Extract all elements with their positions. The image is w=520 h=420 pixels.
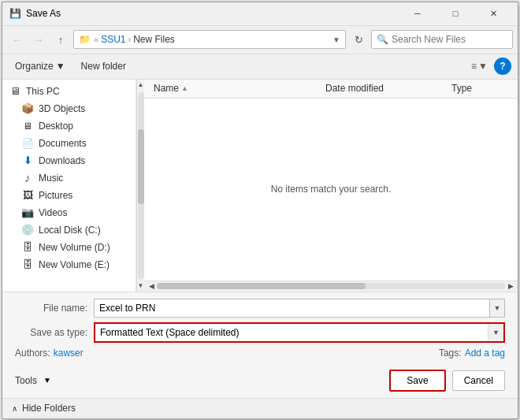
filename-input[interactable]: [94, 299, 489, 318]
sidebar-item-music[interactable]: Music: [2, 169, 136, 187]
title-bar-controls: ─ □ ✕: [399, 2, 511, 25]
column-name-header[interactable]: Name ▲: [150, 83, 322, 94]
hide-folders-chevron-icon: ∧: [12, 404, 17, 413]
filetype-dropdown: ▼: [94, 322, 505, 343]
scroll-up-button[interactable]: ▲: [137, 80, 145, 91]
desktop-icon: 🖥: [21, 120, 34, 132]
hide-folders-label: Hide Folders: [22, 403, 76, 414]
cancel-button[interactable]: Cancel: [452, 370, 505, 391]
search-icon: 🔍: [377, 34, 388, 45]
action-bar: Tools ▼ Save Cancel: [2, 365, 518, 398]
column-type-header[interactable]: Type: [448, 83, 511, 94]
search-input[interactable]: [392, 34, 510, 45]
filetype-dropdown-button[interactable]: ▼: [488, 324, 503, 341]
toolbar: Organize ▼ New folder ≡ ▼ ?: [2, 54, 518, 80]
filetype-input[interactable]: [95, 324, 488, 341]
sidebar-item-videos[interactable]: Videos: [2, 204, 136, 221]
scroll-left-button[interactable]: ◀: [146, 281, 157, 292]
filename-dropdown: ▼: [94, 299, 505, 318]
view-options-button[interactable]: ≡ ▼: [468, 59, 491, 73]
sidebar-item-documents[interactable]: 📄 Documents: [2, 135, 136, 152]
breadcrumb-root[interactable]: SSU1: [101, 34, 125, 45]
main-area: This PC 3D Objects 🖥 Desktop 📄 Documents…: [2, 80, 518, 292]
sort-arrow-icon: ▲: [181, 84, 188, 92]
sidebar-item-label: Downloads: [39, 155, 85, 166]
hide-folders-bar: ∧ Hide Folders: [2, 398, 518, 418]
documents-icon: 📄: [21, 137, 34, 150]
meta-row: Authors: kawser Tags: Add a tag: [15, 348, 505, 359]
add-tag-link[interactable]: Add a tag: [465, 348, 505, 359]
sidebar-item-downloads[interactable]: Downloads: [2, 152, 136, 169]
sidebar-item-local-disk-c[interactable]: Local Disk (C:): [2, 221, 136, 239]
organize-button[interactable]: Organize ▼: [9, 58, 72, 74]
file-list-area: No items match your search.: [144, 98, 518, 281]
sidebar-item-label: Desktop: [39, 121, 73, 132]
authors-label: Authors:: [15, 348, 50, 359]
scroll-thumb[interactable]: [138, 129, 144, 204]
filetype-label: Save as type:: [15, 327, 94, 338]
save-as-dialog: 💾 Save As ─ □ ✕ ← → ↑ 📁 « SSU1 › New Fil…: [2, 2, 518, 419]
breadcrumb[interactable]: 📁 « SSU1 › New Files ▼: [73, 30, 346, 49]
maximize-button[interactable]: □: [437, 2, 474, 25]
drive-e-icon: [21, 258, 34, 271]
search-box: 🔍: [371, 30, 513, 49]
authors-value[interactable]: kawser: [54, 348, 84, 359]
sidebar-item-label: Videos: [39, 207, 67, 218]
filename-row: File name: ▼: [15, 299, 505, 318]
3d-objects-icon: [21, 102, 34, 115]
save-button[interactable]: Save: [389, 370, 445, 392]
sidebar-item-label: 3D Objects: [39, 103, 85, 114]
column-date-header[interactable]: Date modified: [322, 83, 448, 94]
help-button[interactable]: ?: [494, 58, 511, 75]
sidebar-item-label: This PC: [26, 86, 60, 97]
sidebar-item-label: Documents: [39, 138, 87, 149]
left-panel: This PC 3D Objects 🖥 Desktop 📄 Documents…: [2, 80, 136, 292]
up-button[interactable]: ↑: [51, 30, 70, 49]
downloads-icon: [21, 154, 34, 167]
minimize-button[interactable]: ─: [399, 2, 436, 25]
h-scroll-thumb[interactable]: [157, 283, 366, 289]
disk-c-icon: [21, 224, 34, 236]
back-button[interactable]: ←: [7, 30, 26, 49]
h-scroll-track: [157, 283, 505, 289]
empty-message: No items match your search.: [271, 184, 392, 195]
sidebar-item-this-pc[interactable]: This PC: [2, 83, 136, 100]
breadcrumb-dropdown-arrow[interactable]: ▼: [332, 35, 340, 44]
sidebar-item-pictures[interactable]: Pictures: [2, 187, 136, 204]
sidebar-item-new-volume-d[interactable]: New Volume (D:): [2, 239, 136, 256]
organize-dropdown-icon: ▼: [56, 61, 65, 72]
right-panel: Name ▲ Date modified Type No items match…: [144, 80, 518, 292]
sidebar-item-label: Pictures: [39, 190, 72, 201]
sidebar-item-new-volume-e[interactable]: New Volume (E:): [2, 256, 136, 273]
close-button[interactable]: ✕: [475, 2, 511, 25]
filename-label: File name:: [15, 303, 94, 314]
left-panel-scrollbar: ▲ ▼: [136, 80, 144, 292]
tools-label: Tools: [15, 375, 37, 386]
refresh-button[interactable]: ↻: [349, 30, 368, 49]
column-headers: Name ▲ Date modified Type: [144, 80, 518, 98]
pictures-icon: [21, 189, 34, 202]
view-dropdown-icon: ▼: [478, 61, 488, 72]
music-icon: [21, 172, 34, 184]
breadcrumb-current: New Files: [133, 34, 175, 45]
hide-folders-button[interactable]: ∧ Hide Folders: [12, 403, 76, 414]
drive-d-icon: [21, 241, 34, 254]
scroll-right-button[interactable]: ▶: [505, 281, 516, 292]
title-bar: 💾 Save As ─ □ ✕: [2, 2, 518, 26]
forward-button[interactable]: →: [29, 30, 48, 49]
tags-label: Tags:: [439, 348, 462, 359]
sidebar-item-label: Music: [39, 173, 63, 184]
new-folder-button[interactable]: New folder: [75, 58, 132, 74]
folder-icon: 📁: [79, 34, 91, 45]
view-icon: ≡: [471, 61, 477, 72]
sidebar-item-3d-objects[interactable]: 3D Objects: [2, 100, 136, 117]
navigation-bar: ← → ↑ 📁 « SSU1 › New Files ▼ ↻ 🔍: [2, 26, 518, 54]
sidebar-item-label: Local Disk (C:): [39, 225, 101, 236]
horizontal-scrollbar: ◀ ▶: [144, 281, 518, 292]
tools-dropdown-button[interactable]: ▼: [39, 373, 56, 388]
filename-dropdown-button[interactable]: ▼: [489, 299, 505, 318]
sidebar-item-desktop[interactable]: 🖥 Desktop: [2, 117, 136, 135]
filetype-row: Save as type: ▼: [15, 322, 505, 343]
scroll-down-button[interactable]: ▼: [137, 281, 145, 292]
bottom-form-section: File name: ▼ Save as type: ▼ Authors: ka…: [2, 292, 518, 365]
